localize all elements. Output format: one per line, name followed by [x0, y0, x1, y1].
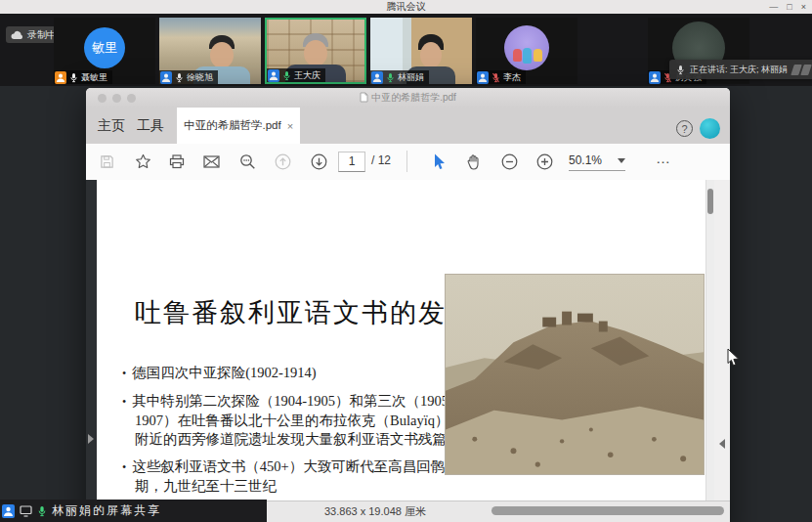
mic-speaking-icon — [282, 70, 291, 81]
email-button[interactable] — [200, 144, 222, 179]
member-badge-icon — [2, 504, 15, 518]
participant-name-bar: 李杰 — [476, 70, 526, 84]
mouse-cursor — [727, 348, 741, 368]
participant-name-bar: 聂敏里 — [54, 70, 112, 84]
app-title: 腾讯会议 — [0, 0, 812, 14]
participant-tile[interactable]: 林丽娟 — [370, 18, 472, 84]
menu-home[interactable]: 主页 — [98, 108, 125, 144]
save-button[interactable] — [96, 144, 117, 179]
member-badge-icon — [54, 70, 66, 84]
horizontal-scrollbar-thumb[interactable] — [491, 506, 724, 515]
more-tools-button[interactable]: … — [649, 144, 678, 179]
page-number-input[interactable]: 1 — [338, 152, 365, 172]
member-badge-icon — [267, 68, 279, 82]
mic-on-icon — [175, 72, 184, 83]
next-page-button[interactable] — [308, 144, 329, 179]
screen-share-label: 林丽娟的屏幕共享 — [52, 502, 161, 519]
mic-icon — [676, 65, 685, 75]
tencent-meeting-window: 腾讯会议 — □ × 录制中 敏里聂敏里徐晓旭王大庆林丽娟李杰房宾强 正在讲话:… — [0, 0, 812, 522]
slide-bullet: 其中特别第二次探险（1904-1905）和第三次（1905-1907）在吐鲁番以… — [122, 392, 462, 449]
chevron-down-icon — [618, 158, 625, 163]
participant-name: 王大庆 — [294, 69, 321, 82]
window-controls: — □ × — [769, 0, 806, 14]
maximize-button[interactable]: □ — [787, 0, 791, 14]
participant-tile[interactable]: 敏里聂敏里 — [54, 18, 155, 84]
cloud-record-icon — [11, 30, 23, 40]
screen-share-icon — [20, 505, 32, 517]
pdf-content-area: 吐鲁番叙利亚语文书的发现 德国四次中亚探险(1902-1914) 其中特别第二次… — [86, 180, 730, 500]
mic-speaking-icon — [386, 72, 395, 83]
recording-label: 录制中 — [27, 28, 57, 42]
participant-name-bar: 徐晓旭 — [159, 70, 218, 84]
page-total-label: / 12 — [371, 152, 391, 170]
participant-tile[interactable]: 李杰 — [476, 18, 577, 84]
pdf-page[interactable]: 吐鲁番叙利亚语文书的发现 德国四次中亚探险(1902-1914) 其中特别第二次… — [97, 180, 705, 500]
zoom-in-button[interactable] — [534, 144, 555, 179]
close-button[interactable]: × — [801, 0, 806, 14]
right-panel-toggle-icon[interactable] — [719, 439, 725, 449]
os-titlebar: 腾讯会议 — □ × — [0, 0, 812, 15]
left-panel-collapsed — [86, 180, 97, 500]
pdf-doc-title: 中亚的希腊哲学.pdf — [86, 88, 730, 108]
mic-on-icon — [69, 72, 78, 83]
participant-name-bar: 林丽娟 — [370, 70, 429, 84]
left-panel-toggle-icon[interactable] — [88, 434, 94, 444]
pdf-toolbar: 1 / 12 50.1% … — [86, 144, 730, 181]
participant-tile[interactable]: 徐晓旭 — [159, 18, 261, 84]
pdf-titlebar[interactable]: 中亚的希腊哲学.pdf — [86, 88, 730, 109]
star-button[interactable] — [132, 144, 153, 179]
participant-name-bar: 王大庆 — [267, 68, 325, 82]
pdf-reader-window: 中亚的希腊哲学.pdf 主页 工具 中亚的希腊哲学.pdf × ? 1 / 12 — [86, 88, 730, 522]
avatar — [504, 25, 549, 70]
minimize-button[interactable]: — — [769, 0, 778, 14]
slide-bullet: 德国四次中亚探险(1902-1914) — [122, 364, 462, 383]
slide-bullet: 这些叙利亚语文书（450+）大致可断代至高昌回鹘时期，九世纪至十三世纪 — [122, 457, 462, 496]
previous-page-button[interactable] — [272, 144, 293, 179]
video-strip: 录制中 敏里聂敏里徐晓旭王大庆林丽娟李杰房宾强 正在讲话: 王大庆; 林丽娟 — [0, 14, 812, 86]
member-badge-icon — [370, 70, 383, 84]
print-button[interactable] — [166, 144, 188, 179]
zoom-out-button[interactable] — [498, 144, 520, 179]
vertical-scrollbar[interactable] — [705, 180, 714, 500]
tab-close-icon[interactable]: × — [287, 120, 293, 132]
pdf-tab-bar: 主页 工具 中亚的希腊哲学.pdf × ? — [86, 108, 730, 144]
member-badge-icon — [476, 70, 489, 84]
zoom-level-value: 50.1% — [569, 152, 602, 170]
member-badge-icon — [159, 70, 172, 84]
selection-tool-button[interactable] — [430, 144, 449, 179]
participant-tile[interactable]: 王大庆 — [265, 18, 366, 84]
page-dimensions-label: 33.863 x 19.048 厘米 — [324, 504, 426, 519]
vertical-scrollbar-thumb[interactable] — [707, 189, 713, 214]
tab-document[interactable]: 中亚的希腊哲学.pdf × — [177, 108, 300, 144]
menu-tools[interactable]: 工具 — [137, 108, 164, 144]
member-badge-icon — [648, 70, 661, 84]
account-avatar[interactable] — [700, 118, 720, 139]
right-panel-collapsed — [714, 180, 730, 500]
participant-name: 徐晓旭 — [187, 71, 213, 84]
speaking-tooltip: 正在讲话: 王大庆; 林丽娟 — [669, 60, 812, 79]
mic-on-icon — [37, 505, 47, 517]
mic-muted-icon — [491, 72, 500, 83]
tab-document-label: 中亚的希腊哲学.pdf — [184, 118, 281, 133]
help-button[interactable]: ? — [676, 120, 693, 137]
document-icon — [360, 92, 368, 103]
slide-title: 吐鲁番叙利亚语文书的发现 — [135, 295, 475, 330]
slide-photo — [445, 274, 705, 475]
screen-share-banner: 林丽娟的屏幕共享 — [0, 500, 267, 522]
avatar: 敏里 — [84, 27, 125, 68]
participant-name: 李杰 — [503, 71, 521, 84]
toolbar-divider — [406, 151, 407, 172]
zoom-level-dropdown[interactable]: 50.1% — [569, 152, 625, 171]
slide-bullet-list: 德国四次中亚探险(1902-1914) 其中特别第二次探险（1904-1905）… — [122, 364, 462, 500]
hand-tool-button[interactable] — [463, 144, 485, 179]
speaking-tooltip-text: 正在讲话: 王大庆; 林丽娟 — [690, 64, 788, 76]
search-zoom-button[interactable] — [236, 144, 258, 179]
participant-name: 林丽娟 — [398, 71, 424, 84]
participant-name: 聂敏里 — [81, 71, 107, 84]
audio-wave-icon — [792, 65, 810, 75]
